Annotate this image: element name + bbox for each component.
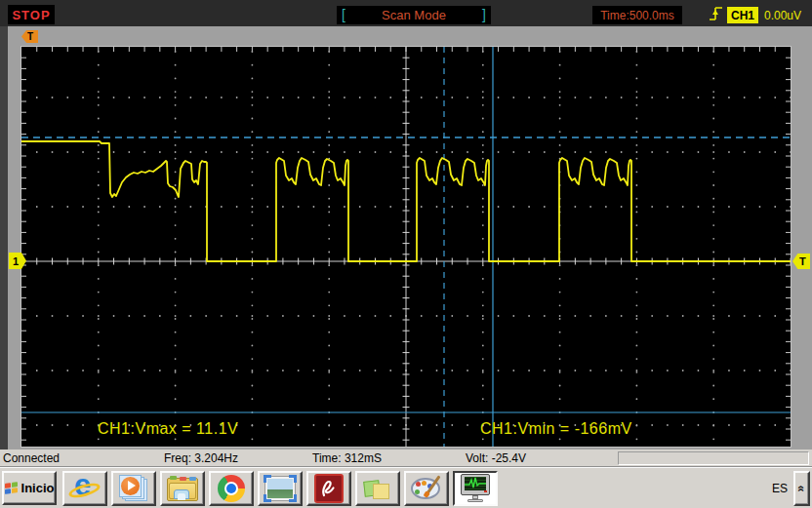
trigger-position-marker[interactable]: T (21, 30, 38, 43)
scope-top-bar: STOP [ Scan Mode ] Time:500.0ms CH1 0.00… (0, 0, 812, 26)
sticky-notes-button[interactable] (355, 471, 400, 506)
vmax-measurement: CH1:Vmax = 11.1V (98, 420, 238, 438)
image-viewer-button[interactable] (258, 471, 303, 506)
start-button[interactable]: Inicio (2, 471, 57, 505)
windows-taskbar: Inicio e (0, 467, 812, 508)
scan-mode-box: [ Scan Mode ] (337, 6, 491, 24)
paint-palette-button[interactable] (404, 471, 449, 506)
channel-voltage: 0.00uV (764, 7, 801, 23)
oscilloscope-app-window: STOP [ Scan Mode ] Time:500.0ms CH1 0.00… (0, 0, 812, 508)
windows-logo-icon (5, 482, 19, 495)
internet-explorer-button[interactable]: e (62, 471, 107, 506)
connection-status: Connected (3, 451, 60, 465)
trigger-edge-icon (709, 5, 724, 22)
timebase-value: Time:500.0ms (600, 9, 674, 22)
graticule-and-trace (21, 47, 791, 447)
image-viewer-icon (265, 477, 295, 500)
acrobat-reader-icon (314, 474, 344, 503)
file-explorer-button[interactable] (160, 471, 205, 506)
scope-work-area: T CH1:Vmax = 11.1V CH1:Vmin = -166mV 1 T (0, 26, 812, 449)
start-button-label: Inicio (21, 481, 55, 495)
channel-badge[interactable]: CH1 (727, 7, 758, 23)
language-indicator[interactable]: ES (769, 468, 791, 508)
time-readout: Time: 312mS (312, 451, 382, 465)
acquisition-status-box: STOP (8, 5, 55, 24)
oscilloscope-app-icon (460, 474, 491, 503)
status-bar: Connected Freq: 3.204Hz Time: 312mS Volt… (0, 449, 812, 467)
chevron-up-icon: « (795, 486, 809, 492)
sticky-notes-icon (363, 475, 392, 502)
chrome-icon (218, 475, 245, 502)
paint-palette-icon (411, 476, 442, 501)
internet-explorer-icon: e (69, 474, 101, 503)
status-empty-panel (618, 451, 809, 465)
media-player-icon (119, 475, 148, 502)
volt-readout: Volt: -25.4V (466, 451, 526, 465)
left-margin-strip (0, 26, 8, 449)
oscilloscope-app-button[interactable] (453, 471, 498, 506)
vmin-measurement: CH1:Vmin = -166mV (480, 420, 632, 438)
waveform-display: CH1:Vmax = 11.1V CH1:Vmin = -166mV (21, 47, 791, 447)
media-player-button[interactable] (111, 471, 156, 506)
timebase-box: Time:500.0ms (592, 6, 682, 24)
bracket-right: ] (482, 7, 486, 22)
stop-status: STOP (12, 8, 50, 22)
folder-icon (167, 476, 198, 501)
acrobat-reader-button[interactable] (306, 471, 351, 506)
trigger-level-marker[interactable]: T (792, 254, 810, 269)
chrome-button[interactable] (209, 471, 254, 506)
scan-mode-label: Scan Mode (382, 8, 446, 22)
bracket-left: [ (342, 7, 345, 22)
tray-overflow-button[interactable]: « (793, 471, 810, 506)
frequency-readout: Freq: 3.204Hz (164, 451, 238, 465)
